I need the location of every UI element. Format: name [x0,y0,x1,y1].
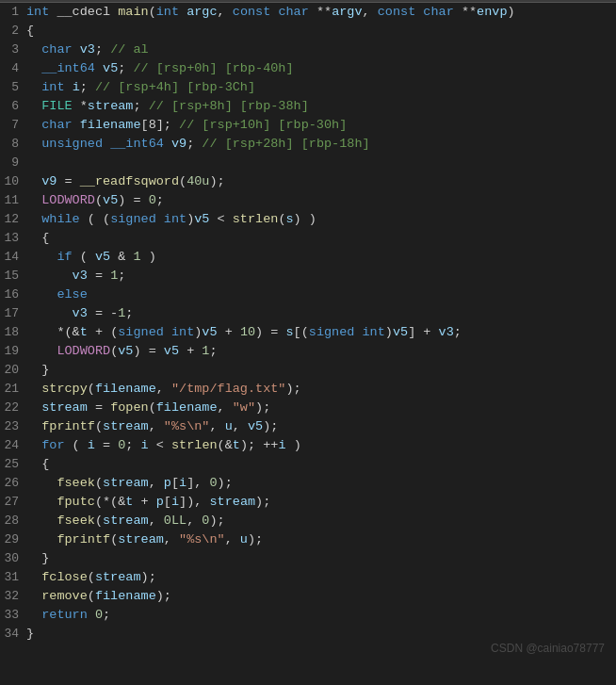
code-line: 16 else [0,285,616,304]
line-content: fseek(stream, 0LL, 0); [26,512,616,530]
code-line: 29 fprintf(stream, "%s\n", u); [0,530,616,549]
code-line: 3 char v3; // al [0,41,616,59]
line-content: *(&t + (signed int)v5 + 10) = s[(signed … [26,323,616,342]
line-number: 24 [0,436,26,455]
code-line: 20 } [0,361,616,380]
code-line: 21 strcpy(filename, "/tmp/flag.txt"); [0,380,616,399]
line-number: 27 [0,493,26,512]
line-number: 17 [0,304,26,323]
line-content: for ( i = 0; i < strlen(&t); ++i ) [26,436,616,455]
line-content: char filename[8]; // [rsp+10h] [rbp-30h] [26,116,616,135]
line-number: 13 [0,229,26,248]
code-line: 11 LODWORD(v5) = 0; [0,191,616,210]
line-number: 7 [0,116,26,135]
line-number: 12 [0,210,26,229]
line-number: 23 [0,417,26,436]
line-content: LODWORD(v5) = v5 + 1; [26,342,616,361]
line-content: LODWORD(v5) = 0; [26,191,616,210]
line-number: 31 [0,568,26,587]
code-line: 7 char filename[8]; // [rsp+10h] [rbp-30… [0,116,616,135]
code-line: 25 { [0,455,616,474]
line-number: 20 [0,361,26,380]
line-content: char v3; // al [26,41,616,59]
line-content: stream = fopen(filename, "w"); [26,399,616,417]
line-content: { [26,22,616,41]
line-content: if ( v5 & 1 ) [26,248,616,267]
line-number: 4 [0,59,26,78]
line-number: 22 [0,399,26,417]
line-number: 21 [0,380,26,399]
line-number: 16 [0,285,26,304]
code-line: 5 int i; // [rsp+4h] [rbp-3Ch] [0,78,616,97]
code-line: 15 v3 = 1; [0,267,616,285]
line-content: remove(filename); [26,587,616,606]
line-number: 3 [0,41,26,59]
code-line: 1int __cdecl main(int argc, const char *… [0,3,616,22]
line-content: fprintf(stream, "%s\n", u, v5); [26,417,616,436]
code-line: 31 fclose(stream); [0,568,616,587]
line-number: 34 [0,625,26,644]
line-number: 10 [0,172,26,191]
line-content: { [26,455,616,474]
code-line: 9 [0,154,616,172]
code-line: 23 fprintf(stream, "%s\n", u, v5); [0,417,616,436]
line-number: 26 [0,474,26,493]
code-line: 12 while ( (signed int)v5 < strlen(s) ) [0,210,616,229]
line-number: 6 [0,97,26,116]
line-content: } [26,549,616,568]
line-content: unsigned __int64 v9; // [rsp+28h] [rbp-1… [26,135,616,154]
line-content: fclose(stream); [26,568,616,587]
code-line: 8 unsigned __int64 v9; // [rsp+28h] [rbp… [0,135,616,154]
line-content: } [26,361,616,380]
code-line: 27 fputc(*(&t + p[i]), stream); [0,493,616,512]
code-line: 19 LODWORD(v5) = v5 + 1; [0,342,616,361]
line-number: 18 [0,323,26,342]
code-line: 26 fseek(stream, p[i], 0); [0,474,616,493]
line-content: return 0; [26,606,616,625]
line-number: 9 [0,154,26,172]
line-number: 30 [0,549,26,568]
line-content: v3 = 1; [26,267,616,285]
code-line: 34} [0,625,616,644]
code-line: 32 remove(filename); [0,587,616,606]
line-number: 33 [0,606,26,625]
line-content: __int64 v5; // [rsp+0h] [rbp-40h] [26,59,616,78]
line-content: int i; // [rsp+4h] [rbp-3Ch] [26,78,616,97]
code-line: 22 stream = fopen(filename, "w"); [0,399,616,417]
line-number: 2 [0,22,26,41]
code-container: 1int __cdecl main(int argc, const char *… [0,3,616,662]
line-content: while ( (signed int)v5 < strlen(s) ) [26,210,616,229]
code-line: 24 for ( i = 0; i < strlen(&t); ++i ) [0,436,616,455]
code-line: 17 v3 = -1; [0,304,616,323]
line-number: 8 [0,135,26,154]
line-content: strcpy(filename, "/tmp/flag.txt"); [26,380,616,399]
code-line: 6 FILE *stream; // [rsp+8h] [rbp-38h] [0,97,616,116]
line-number: 1 [0,3,26,22]
code-line: 18 *(&t + (signed int)v5 + 10) = s[(sign… [0,323,616,342]
line-number: 11 [0,191,26,210]
code-line: 4 __int64 v5; // [rsp+0h] [rbp-40h] [0,59,616,78]
line-content: else [26,285,616,304]
lines-container: 1int __cdecl main(int argc, const char *… [0,3,616,644]
line-content: FILE *stream; // [rsp+8h] [rbp-38h] [26,97,616,116]
line-content: { [26,229,616,248]
line-number: 19 [0,342,26,361]
line-number: 15 [0,267,26,285]
line-content: v9 = __readfsqword(40u); [26,172,616,191]
code-line: 30 } [0,549,616,568]
code-line: 10 v9 = __readfsqword(40u); [0,172,616,191]
line-content: fputc(*(&t + p[i]), stream); [26,493,616,512]
line-number: 25 [0,455,26,474]
line-content: v3 = -1; [26,304,616,323]
line-number: 29 [0,530,26,549]
line-number: 14 [0,248,26,267]
line-number: 5 [0,78,26,97]
line-content: fprintf(stream, "%s\n", u); [26,530,616,549]
line-content: } [26,625,616,644]
code-line: 2{ [0,22,616,41]
watermark: CSDN @cainiao78777 [491,642,605,655]
line-number: 28 [0,512,26,530]
line-content: fseek(stream, p[i], 0); [26,474,616,493]
code-line: 33 return 0; [0,606,616,625]
line-content: int __cdecl main(int argc, const char **… [26,3,616,22]
